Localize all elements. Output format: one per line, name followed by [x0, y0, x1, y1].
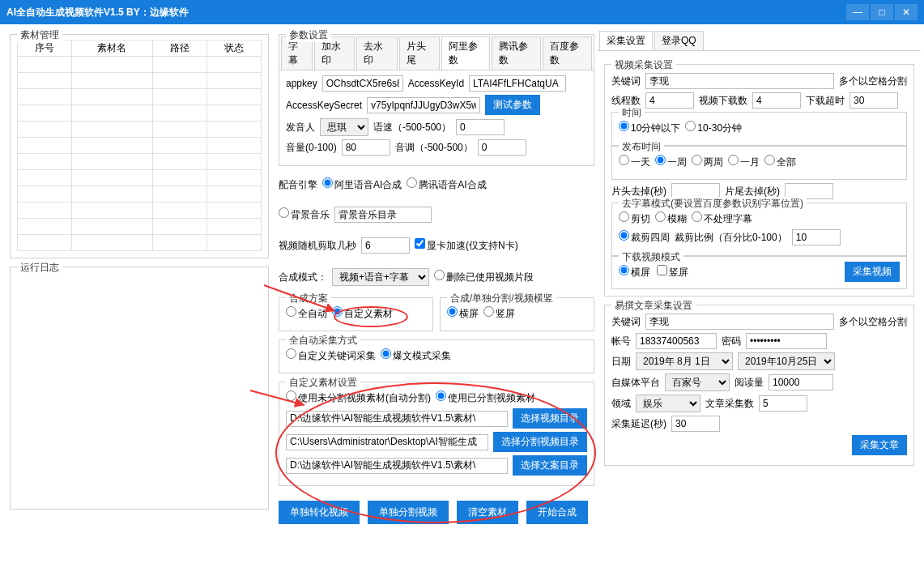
- test-params-button[interactable]: 测试参数: [485, 95, 540, 115]
- btn-collect-video[interactable]: 采集视频: [845, 262, 900, 282]
- pub-all[interactable]: 全部: [764, 155, 796, 169]
- engine-ali[interactable]: 阿里语音AI合成: [322, 177, 402, 192]
- time-10[interactable]: 10分钟以下: [619, 121, 680, 135]
- mode-label: 合成模式：: [279, 271, 327, 284]
- platform-label: 自媒体平台: [611, 376, 660, 390]
- keyword2-input[interactable]: [645, 314, 834, 330]
- timeout-input[interactable]: [849, 92, 898, 109]
- btn-text-dir[interactable]: 选择文案目录: [513, 455, 587, 476]
- btn-start[interactable]: 开始合成: [526, 501, 588, 524]
- close-button[interactable]: ✕: [895, 4, 918, 20]
- count-label: 视频下载数: [699, 94, 747, 108]
- split-h[interactable]: 横屏: [447, 306, 479, 321]
- subtitle-mode-group: 去字幕模式(要设置百度参数识别字幕位置) 剪切 模糊 不处理字幕 裁剪四周 裁剪…: [611, 203, 907, 256]
- tab-watermark-remove[interactable]: 去水印: [356, 36, 397, 70]
- maximize-button[interactable]: □: [871, 4, 893, 20]
- field-label: 领域: [611, 397, 631, 411]
- password-input[interactable]: [746, 333, 827, 349]
- btn-clear[interactable]: 清空素材: [457, 501, 518, 524]
- volume-input[interactable]: [342, 139, 390, 156]
- btn-split[interactable]: 单独分割视频: [368, 501, 449, 524]
- tab-headtail[interactable]: 片头尾: [399, 36, 440, 70]
- appkey-input[interactable]: [322, 75, 403, 92]
- path-text[interactable]: [286, 458, 508, 474]
- time-30[interactable]: 10-30分钟: [685, 121, 742, 135]
- path-video[interactable]: [286, 411, 508, 427]
- reads-input[interactable]: [769, 374, 833, 390]
- cust-split[interactable]: 使用已分割视频素材: [436, 390, 535, 405]
- account-label: 帐号: [611, 335, 631, 348]
- mode-select[interactable]: 视频+语音+字幕: [332, 268, 429, 286]
- pub-week[interactable]: 一周: [655, 155, 687, 169]
- sub-cut[interactable]: 剪切: [619, 211, 650, 226]
- window-title: AI全自动生成视频软件V1.5 BY：边缘软件: [6, 6, 846, 19]
- split-title: 合成/单独分割/视频横竖: [447, 292, 556, 305]
- platform-select[interactable]: 百家号: [665, 373, 730, 391]
- col-status: 状态: [207, 41, 261, 57]
- reads-label: 阅读量: [735, 376, 764, 390]
- btn-video-dir[interactable]: 选择视频目录: [513, 408, 587, 429]
- keyword-label: 关键词: [611, 75, 641, 88]
- tab-ali[interactable]: 阿里参数: [441, 36, 491, 70]
- pub-day[interactable]: 一天: [619, 155, 650, 169]
- tab-baidu[interactable]: 百度参数: [543, 36, 592, 70]
- plan-auto[interactable]: 全自动: [286, 306, 327, 321]
- btn-split-dir[interactable]: 选择分割视频目录: [493, 432, 587, 452]
- params-group: 参数设置 字幕 加水印 去水印 片头尾 阿里参数 腾讯参数 百度参数 appke…: [279, 34, 594, 166]
- dl-v[interactable]: 竖屏: [657, 265, 688, 279]
- count-input[interactable]: [752, 92, 801, 109]
- auto-collect-group: 全自动采集方式 自定义关键词采集 爆文模式采集: [279, 339, 594, 373]
- bgm-input[interactable]: [334, 207, 432, 223]
- runlog-group: 运行日志: [10, 267, 269, 510]
- crop-around[interactable]: 裁剪四周: [619, 230, 670, 245]
- threads-label: 线程数: [611, 94, 641, 108]
- pubtime-group: 发布时间 一天 一周 两周 一月 全部: [611, 146, 907, 180]
- dl-h[interactable]: 横屏: [619, 265, 650, 279]
- cust-unsplit[interactable]: 使用未分割视频素材(自动分割): [286, 390, 431, 405]
- tab-tencent[interactable]: 腾讯参数: [492, 36, 541, 70]
- split-v[interactable]: 竖屏: [483, 306, 515, 321]
- sub-none[interactable]: 不处理字幕: [692, 211, 752, 226]
- akid-input[interactable]: [469, 75, 566, 92]
- akid-label: AccessKeyId: [408, 78, 464, 89]
- aks-input[interactable]: [367, 97, 480, 113]
- plan-custom[interactable]: 自定义素材: [332, 306, 393, 321]
- date-to[interactable]: 2019年10月25日: [738, 352, 835, 370]
- date-from[interactable]: 2019年 8月 1日: [636, 352, 733, 370]
- pub-2week[interactable]: 两周: [692, 155, 723, 169]
- pitch-label: 音调（-500-500）: [395, 141, 473, 155]
- gpu-checkbox[interactable]: 显卡加速(仅支持N卡): [415, 238, 518, 253]
- sub-blur[interactable]: 模糊: [655, 211, 687, 226]
- dl-mode-title: 下载视频模式: [619, 250, 683, 264]
- voice-select[interactable]: 思琪: [320, 118, 368, 136]
- clip-input[interactable]: [361, 237, 410, 254]
- keyword-tip: 多个以空格分割: [839, 75, 907, 88]
- col-path: 路径: [152, 41, 207, 57]
- video-collect-group: 视频采集设置 关键词 多个以空格分割 线程数 视频下载数 下载超时 时间 10分…: [604, 64, 914, 297]
- auto-hot[interactable]: 爆文模式采集: [381, 348, 451, 363]
- btn-convert[interactable]: 单独转化视频: [279, 501, 360, 524]
- auto-collect-title: 全自动采集方式: [286, 334, 360, 348]
- btn-collect-article[interactable]: 采集文章: [852, 435, 907, 455]
- del-used-radio[interactable]: 删除已使用视频片段: [434, 270, 534, 284]
- pub-month[interactable]: 一月: [728, 155, 760, 169]
- pitch-input[interactable]: [478, 139, 526, 156]
- delay-input[interactable]: [671, 416, 720, 432]
- video-collect-title: 视频采集设置: [611, 58, 676, 72]
- minimize-button[interactable]: —: [846, 4, 869, 20]
- artnum-input[interactable]: [759, 395, 807, 412]
- path-split[interactable]: [286, 434, 488, 450]
- account-input[interactable]: [636, 333, 717, 349]
- auto-keyword[interactable]: 自定义关键词采集: [286, 348, 376, 363]
- engine-tencent[interactable]: 腾讯语音AI合成: [407, 177, 486, 192]
- bgm-radio[interactable]: 背景音乐: [279, 207, 330, 222]
- tail-trim-label: 片尾去掉(秒): [725, 185, 780, 198]
- field-select[interactable]: 娱乐: [636, 395, 700, 412]
- threads-input[interactable]: [645, 92, 694, 109]
- aks-label: AccessKeySecret: [286, 100, 362, 111]
- speed-input[interactable]: [456, 119, 505, 135]
- crop-ratio-input[interactable]: [792, 229, 841, 245]
- tab-login-qq[interactable]: 登录QQ: [654, 31, 704, 50]
- tab-collect-settings[interactable]: 采集设置: [599, 31, 653, 50]
- keyword-input[interactable]: [645, 73, 834, 89]
